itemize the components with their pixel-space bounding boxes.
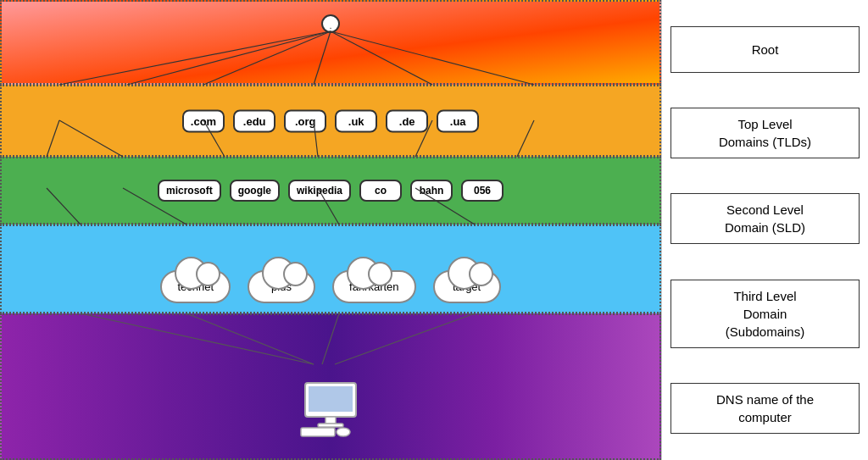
svg-rect-3: [318, 424, 343, 427]
cloud-plus: plus: [248, 270, 315, 303]
sld-google: google: [230, 180, 280, 202]
sld-bahn: bahn: [410, 180, 453, 202]
sld-microsoft: microsoft: [158, 180, 221, 202]
svg-rect-4: [301, 428, 335, 436]
svg-rect-1: [309, 386, 353, 412]
legend-area: Root Top Level Domains (TLDs) Second Lev…: [661, 0, 868, 460]
sld-056: 056: [461, 180, 504, 202]
legend-tld: Top Level Domains (TLDs): [670, 108, 860, 158]
tld-org: .org: [284, 109, 326, 132]
tld-com: .com: [182, 109, 225, 132]
cloud-fahrkarten: fahrkarten: [332, 270, 416, 303]
cloud-technet: technet: [160, 270, 231, 303]
sld-wikipedia: wikipedia: [288, 180, 351, 202]
cloud-container: technet plus fahrkarten target: [2, 270, 659, 303]
cloud-target: target: [433, 270, 501, 303]
dns-layer: [0, 313, 661, 460]
tld-boxes: .com .edu .org .uk .de .ua: [2, 109, 659, 132]
tld-layer: .com .edu .org .uk .de .ua: [0, 85, 661, 157]
root-layer: .: [0, 0, 661, 85]
tld-de: .de: [386, 109, 428, 132]
sld-co: co: [359, 180, 402, 202]
sld-layer: microsoft google wikipedia co bahn 056: [0, 157, 661, 224]
subdomain-layer: technet plus fahrkarten target: [0, 224, 661, 313]
sld-boxes: microsoft google wikipedia co bahn 056: [2, 180, 659, 202]
tld-uk: .uk: [335, 109, 377, 132]
legend-dns: DNS name of the computer: [670, 383, 860, 434]
legend-subdomain: Third Level Domain (Subdomains): [670, 280, 860, 348]
legend-root: Root: [670, 26, 860, 73]
legend-sld: Second Level Domain (SLD): [670, 193, 860, 244]
diagram-area: . .com .edu .org .uk .de .ua microsoft g…: [0, 0, 661, 460]
svg-rect-2: [326, 417, 336, 424]
tld-edu: .edu: [233, 109, 275, 132]
svg-point-5: [337, 428, 350, 436]
tld-ua: .ua: [437, 109, 479, 132]
computer-icon: [297, 379, 364, 441]
